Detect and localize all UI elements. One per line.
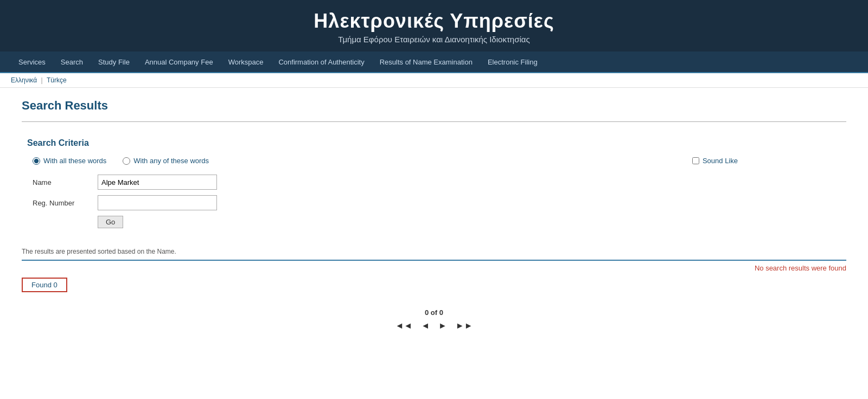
- lang-turkish[interactable]: Türkçe: [47, 76, 67, 84]
- pagination-next[interactable]: ►: [436, 320, 449, 332]
- results-sort-info: The results are presented sorted based o…: [22, 248, 846, 258]
- checkbox-sound-like-text: Sound Like: [703, 157, 738, 165]
- reg-number-label: Reg. Number: [33, 199, 98, 207]
- page-header: Ηλεκτρονικές Υπηρεσίες Τμήμα Εφόρου Εται…: [0, 0, 868, 52]
- results-area: The results are presented sorted based o…: [22, 248, 846, 332]
- nav-annual-company-fee[interactable]: Annual Company Fee: [137, 53, 221, 72]
- search-criteria-title: Search Criteria: [27, 138, 846, 148]
- no-results-message: No search results were found: [755, 264, 846, 272]
- name-input[interactable]: [98, 175, 217, 190]
- pagination-buttons: ◄◄ ◄ ► ►►: [22, 320, 846, 332]
- pagination-last[interactable]: ►►: [454, 320, 475, 332]
- reg-number-input[interactable]: [98, 195, 217, 210]
- pagination-count: 0 of 0: [22, 308, 846, 317]
- found-count: 0: [54, 281, 58, 289]
- radio-any-words-text: With any of these words: [133, 157, 209, 165]
- nav-services[interactable]: Services: [11, 53, 53, 72]
- nav-study-file[interactable]: Study File: [91, 53, 137, 72]
- name-label: Name: [33, 178, 98, 186]
- page-title: Search Results: [22, 99, 846, 113]
- go-button-row: Go: [98, 216, 846, 228]
- nav-electronic-filing[interactable]: Electronic Filing: [480, 53, 545, 72]
- site-title: Ηλεκτρονικές Υπηρεσίες: [11, 10, 857, 33]
- lang-separator: |: [41, 76, 42, 84]
- search-criteria-section: Search Criteria With all these words Wit…: [22, 133, 846, 239]
- pagination-first[interactable]: ◄◄: [393, 320, 414, 332]
- checkbox-sound-like[interactable]: [692, 157, 699, 164]
- nav-workspace[interactable]: Workspace: [221, 53, 271, 72]
- pagination-area: 0 of 0 ◄◄ ◄ ► ►►: [22, 308, 846, 332]
- page-content: Search Results Search Criteria With all …: [0, 88, 868, 353]
- main-navbar: Services Search Study File Annual Compan…: [0, 52, 868, 73]
- found-box: Found 0: [22, 278, 67, 292]
- radio-all-words-text: With all these words: [43, 157, 106, 165]
- reg-number-field-row: Reg. Number: [33, 195, 846, 210]
- site-subtitle: Τμήμα Εφόρου Εταιρειών και Διανοητικής Ι…: [11, 35, 857, 44]
- nav-search[interactable]: Search: [53, 53, 91, 72]
- lang-greek[interactable]: Ελληνικά: [11, 76, 37, 84]
- radio-any-words-label[interactable]: With any of these words: [123, 157, 209, 165]
- radio-all-words-label[interactable]: With all these words: [33, 157, 106, 165]
- language-bar: Ελληνικά | Türkçe: [0, 73, 868, 88]
- go-button[interactable]: Go: [98, 216, 123, 228]
- name-field-row: Name: [33, 175, 846, 190]
- radio-any-words[interactable]: [123, 157, 130, 165]
- search-type-row: With all these words With any of these w…: [33, 157, 846, 165]
- pagination-prev[interactable]: ◄: [419, 320, 432, 332]
- divider: [22, 121, 846, 122]
- nav-confirmation[interactable]: Confirmation of Authenticity: [271, 53, 372, 72]
- nav-results-name-examination[interactable]: Results of Name Examination: [372, 53, 480, 72]
- checkbox-sound-like-label[interactable]: Sound Like: [692, 157, 738, 165]
- found-label: Found: [31, 281, 52, 289]
- results-header-row: No search results were found: [22, 261, 846, 275]
- radio-all-words[interactable]: [33, 157, 40, 165]
